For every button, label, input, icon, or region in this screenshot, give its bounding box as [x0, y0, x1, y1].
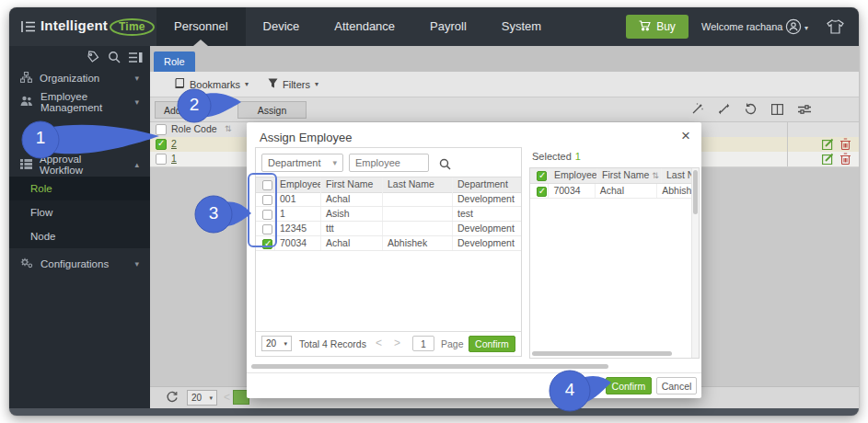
sidebar-item-node[interactable]: Node	[9, 224, 150, 248]
magic-wand-icon[interactable]	[691, 102, 703, 119]
row-checkbox[interactable]	[537, 187, 547, 197]
header-checkbox-cell	[530, 168, 549, 183]
close-icon[interactable]: ×	[681, 127, 690, 145]
modal-footer-divider	[247, 372, 701, 373]
tag-icon[interactable]	[87, 51, 99, 67]
col-employee-id[interactable]: Employee ...	[274, 177, 320, 192]
employee-row[interactable]: 001 Achal Development	[256, 192, 521, 207]
picker-confirm-button[interactable]: Confirm	[469, 336, 515, 352]
next-page-chevron[interactable]: >	[394, 337, 400, 349]
sidebar-item-flow[interactable]: Flow	[9, 200, 150, 224]
nav-item-personnel[interactable]: Personnel	[156, 7, 246, 46]
delete-trash-icon[interactable]	[840, 138, 851, 152]
col-first-name[interactable]: First Name⇅	[596, 168, 661, 183]
user-caret-down-icon[interactable]: ▾	[804, 24, 808, 32]
history-undo-icon[interactable]	[745, 102, 757, 119]
chevron-down-icon: ▾	[134, 259, 139, 269]
caret-down-icon: ▾	[209, 394, 213, 402]
role-code-link[interactable]: 1	[171, 153, 177, 164]
col-department[interactable]: Department	[452, 177, 519, 192]
cell-department: Development	[452, 192, 519, 206]
modal-horizontal-scrollbar[interactable]	[251, 364, 608, 369]
prev-page-chevron[interactable]: <	[224, 391, 230, 404]
col-employee-id[interactable]: Employee ...	[549, 168, 596, 183]
filters-menu[interactable]: Filters ▾	[268, 72, 318, 97]
cell-employee-id: 70034	[548, 184, 594, 198]
selected-label: Selected1	[532, 151, 581, 162]
selected-row[interactable]: 70034 Achal Abhishek	[530, 184, 692, 199]
prev-page-chevron[interactable]: <	[376, 337, 382, 349]
sidebar-item-label: Employee Management	[41, 91, 127, 113]
workflow-list-icon	[20, 159, 32, 171]
filters-label: Filters	[283, 79, 310, 90]
hamburger-menu-icon[interactable]	[21, 20, 36, 37]
chevron-down-icon: ▾	[315, 80, 318, 88]
buy-button[interactable]: Buy	[626, 15, 689, 39]
search-icon[interactable]	[439, 157, 451, 174]
chevron-down-icon: ▾	[134, 97, 139, 107]
modal-page-size-select[interactable]: 20 ▾	[261, 336, 292, 351]
buy-label: Buy	[656, 20, 676, 33]
selected-text: Selected	[532, 151, 572, 162]
refresh-icon[interactable]	[166, 391, 179, 407]
assign-employee-modal: Assign Employee × Department ▾ Employee …	[247, 122, 701, 398]
search-icon[interactable]	[108, 51, 121, 67]
horizontal-scrollbar[interactable]	[532, 351, 672, 356]
cell-department: test	[452, 207, 519, 221]
total-records-text: Total 4 Records	[299, 338, 366, 349]
sidebar-item-organization[interactable]: Organization ▾	[9, 66, 150, 90]
tab-role[interactable]: Role	[154, 51, 195, 72]
sidebar-submenu: Role Flow Node	[9, 177, 150, 248]
cell-employee-id: 001	[274, 192, 320, 206]
callout-number: 2	[185, 95, 203, 115]
delete-trash-icon[interactable]	[840, 153, 851, 166]
sidebar-item-label: Configurations	[41, 258, 127, 269]
employee-row[interactable]: 70034 Achal Abhishek Development	[256, 236, 521, 251]
cell-first-name: ttt	[320, 222, 382, 235]
collapse-menu-icon[interactable]	[129, 51, 143, 67]
app-logo: IntelligentTime	[41, 17, 155, 36]
col-first-name[interactable]: First Name	[320, 177, 382, 192]
user-account-icon[interactable]	[785, 18, 802, 39]
sort-icon[interactable]: ⇅	[225, 124, 232, 133]
department-select[interactable]: Department ▾	[261, 154, 343, 172]
sidebar-item-configurations[interactable]: Configurations ▾	[9, 252, 150, 276]
page-number-input[interactable]	[412, 336, 434, 351]
modal-cancel-button[interactable]: Cancel	[656, 377, 697, 394]
action-button-row: Add Assign Employee	[150, 97, 859, 121]
assign-employee-button[interactable]: Assign Employee	[237, 101, 307, 119]
cell-employee-id: 1	[274, 207, 320, 221]
callout-1: 1	[21, 120, 159, 159]
sidebar-item-role[interactable]: Role	[9, 177, 150, 200]
employee-search-input[interactable]	[349, 154, 429, 172]
chevron-up-icon: ▴	[134, 160, 139, 169]
nav-item-system[interactable]: System	[484, 7, 559, 46]
theme-shirt-icon[interactable]	[827, 19, 844, 38]
sidebar-item-employee-management[interactable]: Employee Management ▾	[9, 90, 150, 114]
role-code-header[interactable]: Role Code	[171, 123, 217, 134]
expand-arrow-icon[interactable]	[718, 102, 730, 119]
page-label: Page	[441, 338, 464, 349]
col-last-name[interactable]: Last Name	[382, 177, 452, 192]
department-select-value: Department	[268, 157, 332, 168]
employee-row[interactable]: 12345 ttt Development	[256, 222, 521, 236]
employee-row[interactable]: 1 Asish test	[256, 207, 521, 222]
modal-confirm-button[interactable]: Confirm	[606, 377, 652, 394]
gear-icon	[20, 257, 33, 270]
columns-icon[interactable]	[771, 102, 783, 119]
nav-item-payroll[interactable]: Payroll	[412, 7, 484, 46]
nav-item-device[interactable]: Device	[246, 7, 318, 46]
cell-last-name	[382, 207, 452, 221]
vertical-scrollbar[interactable]	[691, 168, 699, 358]
tab-bar: Role	[150, 46, 859, 72]
page-size-select[interactable]: 20 ▾	[187, 390, 217, 406]
role-code-link[interactable]: 2	[171, 138, 177, 149]
callout-number: 1	[31, 128, 50, 148]
select-all-checkbox[interactable]	[537, 171, 547, 181]
edit-icon[interactable]	[822, 153, 834, 166]
selected-count: 1	[575, 151, 581, 162]
edit-icon[interactable]	[822, 138, 834, 152]
settings-sliders-icon[interactable]	[798, 102, 811, 119]
sidebar: Organization ▾ Employee Management ▾ App…	[9, 46, 150, 408]
nav-item-attendance[interactable]: Attendance	[317, 7, 412, 46]
